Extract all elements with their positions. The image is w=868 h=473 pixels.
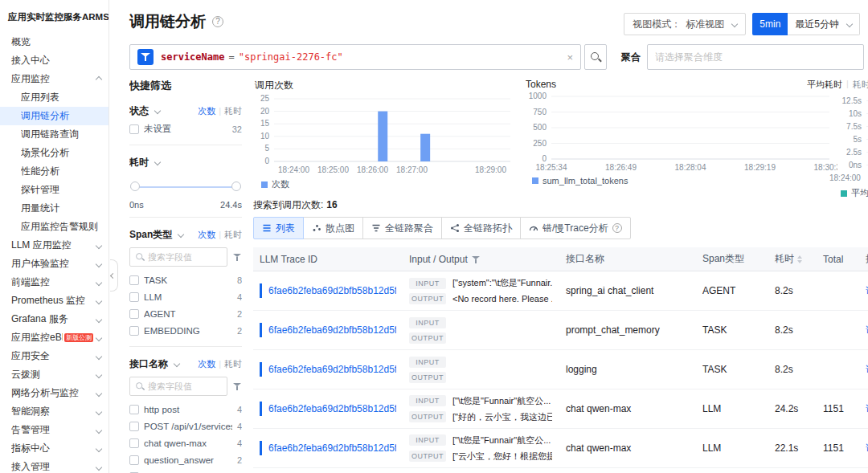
checkbox[interactable] bbox=[129, 292, 139, 302]
sidebar-item[interactable]: 智能洞察 bbox=[0, 402, 108, 421]
filter-option[interactable]: question_answer2 bbox=[129, 451, 242, 468]
filter-option[interactable]: AGENT2 bbox=[129, 305, 242, 322]
sidebar-item[interactable]: 云拨测 bbox=[0, 365, 108, 384]
sidebar-item[interactable]: 应用监控告警规则 bbox=[0, 218, 108, 236]
sidebar-item[interactable]: 探针管理 bbox=[0, 181, 108, 199]
sidebar-item[interactable]: 应用列表 bbox=[0, 88, 108, 107]
aggregate-dimension-input[interactable] bbox=[647, 44, 864, 70]
sidebar-item[interactable]: 应用监控 bbox=[0, 70, 108, 88]
metric-count-link[interactable]: 次数 bbox=[198, 358, 215, 370]
tab-gauge[interactable]: 错/慢Trace分析? bbox=[520, 217, 631, 239]
help-icon[interactable]: ? bbox=[612, 223, 622, 233]
filter-option[interactable]: http post4 bbox=[129, 401, 242, 418]
sidebar-item[interactable]: 应用监控eBPF版新版公测 bbox=[0, 328, 108, 347]
chevron-down-icon[interactable] bbox=[154, 108, 161, 114]
sidebar-item[interactable]: 调用链分析 bbox=[0, 107, 108, 125]
filter-option[interactable]: EMBEDDING2 bbox=[129, 322, 242, 339]
filter-funnel-icon[interactable] bbox=[232, 381, 242, 391]
sidebar-item[interactable]: 指标中心 bbox=[0, 439, 108, 458]
product-title: 应用实时监控服务ARMS bbox=[0, 0, 108, 33]
filter-option[interactable]: 未设置32 bbox=[129, 120, 242, 137]
metric-count-link[interactable]: 次数 bbox=[198, 229, 215, 241]
trace-query-input[interactable]: serviceName="springai-2276-fc" × bbox=[129, 44, 581, 70]
metric-duration-link[interactable]: 耗时 bbox=[224, 358, 242, 370]
filter-option-label: question_answer bbox=[144, 455, 232, 465]
checkbox[interactable] bbox=[129, 124, 139, 134]
panel-collapse-button[interactable] bbox=[110, 259, 118, 292]
filter-option[interactable]: BookingController.get...2 bbox=[129, 468, 242, 473]
chevron-down-icon[interactable] bbox=[154, 159, 161, 165]
slider-handle-min[interactable] bbox=[130, 181, 140, 191]
sidebar-item[interactable]: 用户体验监控 bbox=[0, 255, 108, 273]
filter-option[interactable]: LLM4 bbox=[129, 288, 242, 305]
trace-id-link[interactable]: 6fae6b2feba69d2bfb58b12d5f9c4080 bbox=[268, 324, 396, 336]
filter-option[interactable]: chat qwen-max4 bbox=[129, 434, 242, 451]
chevron-down-icon[interactable] bbox=[174, 361, 180, 367]
chevron-down-icon[interactable] bbox=[178, 231, 184, 238]
sidebar-item[interactable]: 概览 bbox=[0, 33, 108, 51]
filter-icon[interactable] bbox=[471, 255, 481, 264]
metric-duration-link[interactable]: 耗时 bbox=[224, 105, 242, 117]
checkbox[interactable] bbox=[129, 326, 139, 336]
sidebar-item[interactable]: 告警管理 bbox=[0, 421, 108, 439]
filter-option[interactable]: TASK8 bbox=[129, 271, 242, 288]
filter-search-input[interactable]: 搜索字段值 bbox=[129, 377, 227, 396]
time-range-select[interactable]: 最近5分钟 bbox=[788, 13, 860, 35]
trace-id-link[interactable]: 6fae6b2feba69d2bfb58b12d5f9c4080 bbox=[268, 442, 396, 454]
sidebar-item[interactable]: Prometheus 监控 bbox=[0, 292, 108, 310]
checkbox[interactable] bbox=[129, 455, 139, 465]
filter-search-input[interactable]: 搜索字段值 bbox=[129, 247, 227, 267]
tab-topology[interactable]: 全链路拓扑 bbox=[441, 217, 521, 239]
sidebar-item[interactable]: 调用链路查询 bbox=[0, 125, 108, 144]
help-icon[interactable]: ? bbox=[212, 16, 223, 27]
sidebar-item[interactable]: Grafana 服务 bbox=[0, 310, 108, 328]
avg-duration-tab[interactable]: 平均耗时 bbox=[807, 79, 842, 91]
y-axis-row: 7.5s bbox=[805, 120, 868, 133]
query-scope-icon[interactable] bbox=[137, 49, 154, 65]
duration-percentile-tab[interactable]: 耗时百 bbox=[853, 79, 868, 91]
filter-option[interactable]: POST /api/v1/services...4 bbox=[129, 418, 242, 434]
span-type-cell: AGENT bbox=[696, 271, 768, 310]
tab-list[interactable]: 列表 bbox=[253, 217, 304, 239]
sidebar-item[interactable]: 接入管理 bbox=[0, 458, 108, 473]
tab-scatter[interactable]: 散点图 bbox=[303, 217, 363, 239]
trace-id-link[interactable]: 6fae6b2feba69d2bfb58b12d5f9c4080 bbox=[268, 403, 396, 414]
sidebar-item[interactable]: 用量统计 bbox=[0, 199, 108, 218]
tab-aggregate[interactable]: 全链路聚合 bbox=[362, 217, 442, 239]
sidebar-item[interactable]: LLM 应用监控 bbox=[0, 236, 108, 255]
sidebar-item[interactable]: 接入中心 bbox=[0, 51, 108, 70]
filter-funnel-icon[interactable] bbox=[232, 252, 242, 262]
output-tag: OUTPUT bbox=[409, 293, 446, 304]
table-row: 6fae6b2feba69d2bfb58b12d5f9c4080INPUT["\… bbox=[253, 429, 868, 468]
sidebar-item[interactable]: 性能分析 bbox=[0, 162, 108, 181]
checkbox[interactable] bbox=[129, 405, 139, 414]
time-quick-button[interactable]: 5min bbox=[752, 13, 788, 35]
search-icon bbox=[135, 381, 144, 390]
svg-text:15: 15 bbox=[260, 119, 270, 128]
trace-id-link[interactable]: 6fae6b2feba69d2bfb58b12d5f9c4080 bbox=[268, 364, 396, 375]
checkbox[interactable] bbox=[129, 275, 139, 285]
metric-duration-link[interactable]: 耗时 bbox=[224, 229, 242, 241]
sidebar-item[interactable]: 应用安全 bbox=[0, 347, 108, 365]
checkbox[interactable] bbox=[129, 422, 139, 431]
metric-count-link[interactable]: 次数 bbox=[198, 105, 215, 117]
sidebar-item[interactable]: 网络分析与监控 bbox=[0, 384, 108, 402]
search-button[interactable] bbox=[584, 44, 607, 70]
legend-item[interactable]: 平均耗时 bbox=[841, 187, 868, 199]
span-type-cell: LLM bbox=[696, 389, 768, 428]
checkbox[interactable] bbox=[129, 438, 139, 448]
duration-slider[interactable] bbox=[130, 180, 241, 194]
slider-handle-max[interactable] bbox=[231, 181, 241, 191]
sort-icon[interactable] bbox=[797, 255, 802, 263]
clear-icon[interactable]: × bbox=[567, 51, 573, 63]
page-title: 调用链分析? bbox=[129, 11, 223, 32]
legend-item[interactable]: sum_llm_total_tokens bbox=[532, 176, 628, 186]
query-text[interactable]: serviceName="springai-2276-fc" bbox=[161, 51, 559, 63]
sidebar-item-label: 场景化分析 bbox=[21, 146, 101, 160]
sidebar-item[interactable]: 场景化分析 bbox=[0, 144, 108, 162]
view-mode-select[interactable]: 视图模式：标准视图 bbox=[624, 13, 746, 35]
checkbox[interactable] bbox=[129, 309, 139, 319]
legend-item[interactable]: 次数 bbox=[261, 178, 289, 190]
sidebar-item[interactable]: 前端监控 bbox=[0, 273, 108, 292]
trace-id-link[interactable]: 6fae6b2feba69d2bfb58b12d5f9c4080 bbox=[268, 285, 396, 296]
